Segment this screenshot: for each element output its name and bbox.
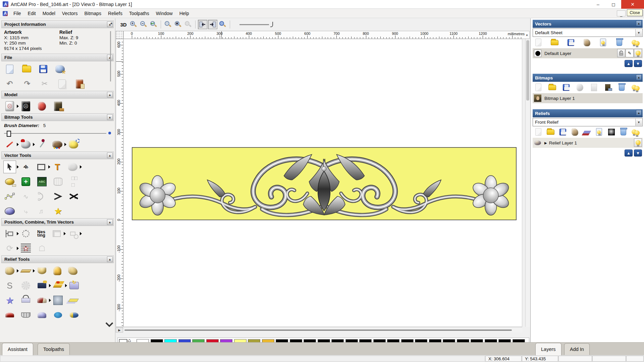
toggle-visibility-page-icon[interactable] [598, 38, 608, 47]
add-base-icon[interactable] [19, 264, 32, 277]
relief-select[interactable]: Front Relief ▼ [533, 118, 643, 126]
star-relief-icon[interactable]: ★ [3, 294, 16, 307]
select-vectors-icon[interactable] [3, 161, 16, 173]
rollup-button[interactable]: ▲ [636, 110, 642, 116]
lighting-material-icon[interactable] [36, 100, 48, 113]
magic-select-icon[interactable] [67, 138, 80, 151]
snap-toggle-left-icon[interactable] [198, 20, 207, 29]
zoom-in-icon[interactable]: + [129, 20, 138, 29]
minimize-button[interactable]: – [590, 0, 606, 9]
rollup-button[interactable]: ▲ [636, 20, 642, 26]
menu-file[interactable]: File [10, 9, 24, 17]
transform-vectors-icon[interactable]: ⥊✥ [19, 161, 32, 173]
extrude-dome-icon[interactable] [3, 205, 16, 218]
zoom-rectangle-icon[interactable]: □ [163, 20, 173, 29]
drawing-canvas[interactable] [123, 39, 522, 327]
brush-diameter-slider[interactable] [4, 131, 111, 136]
menu-help[interactable]: Help [176, 9, 193, 17]
greyscale-preview-icon[interactable] [606, 127, 616, 136]
red-relief-icon[interactable] [3, 309, 16, 321]
expand-arrow-icon[interactable]: ▶ [544, 141, 547, 145]
stack-relief-icon[interactable] [52, 279, 64, 292]
undo-icon[interactable]: ↶ [3, 77, 16, 90]
toggle-all-visibility-icon[interactable] [631, 83, 641, 92]
zoom-object-icon[interactable] [183, 20, 193, 29]
copy-icon[interactable] [56, 77, 68, 90]
toggle-all-visibility-icon[interactable] [631, 38, 641, 47]
cut-icon[interactable]: ✂ [38, 77, 51, 90]
flyout-arrow-icon[interactable] [64, 232, 66, 235]
extrude-relief-icon[interactable] [66, 264, 79, 277]
delete-layer-icon[interactable] [619, 127, 629, 136]
menu-edit[interactable]: Edit [24, 9, 39, 17]
invert-model-icon[interactable]: ☹ [19, 100, 32, 113]
flyout-arrow-icon[interactable] [17, 247, 19, 250]
delete-layer-icon[interactable] [614, 38, 625, 47]
dome-relief-icon[interactable] [36, 309, 48, 321]
vector-sheet-select[interactable]: Default Sheet ▼ [533, 28, 643, 37]
paste-along-curve-icon[interactable]: □□□ [68, 175, 80, 188]
create-text-icon[interactable]: T [51, 161, 64, 173]
rollup-button[interactable]: ▲ [636, 74, 642, 80]
vector-library-icon[interactable]: ABC [36, 175, 48, 188]
snap-toggle-right-icon[interactable] [208, 20, 217, 29]
paint-brush-icon[interactable] [3, 138, 16, 151]
envelope-distort-icon[interactable] [66, 161, 79, 173]
vertical-scrollbar[interactable] [525, 39, 530, 327]
free-sketch-icon[interactable]: ∿ [19, 190, 32, 203]
block-copy-icon[interactable] [50, 227, 63, 240]
redo-icon[interactable]: ↷ [21, 77, 34, 90]
horizontal-ruler[interactable]: millimetres ▼ 01002003004005006007008009… [123, 31, 530, 39]
horizontal-scrollbar-thumb[interactable] [124, 329, 512, 331]
spin-relief-icon[interactable] [36, 264, 48, 277]
text-on-curve-icon[interactable] [19, 227, 32, 240]
flyout-arrow-icon[interactable] [17, 143, 19, 146]
flyout-arrow-icon[interactable] [17, 105, 19, 108]
move-layer-down-icon[interactable]: ▼ [634, 149, 642, 157]
layer-colour-swatch[interactable] [534, 50, 541, 57]
flyout-arrow-icon[interactable] [17, 232, 19, 235]
relief-layers-icon[interactable] [67, 294, 80, 307]
face-wizard-icon[interactable] [52, 294, 64, 307]
scrollbar-detach-icon[interactable]: ▶ [116, 327, 123, 333]
lock-icon[interactable] [617, 49, 625, 57]
create-star-icon[interactable]: ★ [52, 205, 64, 218]
vector-layer-row[interactable]: Default Layer ✎ [533, 48, 643, 58]
bitmap-layer-row[interactable]: Bitmap Layer 1 [533, 93, 643, 103]
turn-relief-icon[interactable] [51, 264, 64, 277]
close-button[interactable]: ✕ [621, 0, 644, 9]
flyout-arrow-icon[interactable] [33, 143, 35, 146]
move-layer-up-icon[interactable]: ▲ [625, 149, 633, 157]
curve-edit-icon[interactable]: ⤷ [19, 205, 32, 218]
create-plus-vector-icon[interactable]: + [19, 175, 32, 188]
flyout-arrow-icon[interactable] [80, 232, 82, 235]
s-profile-icon[interactable]: S [3, 279, 16, 292]
rollup-button[interactable]: ▲ [107, 92, 113, 98]
relief-artwork-image[interactable] [132, 147, 517, 220]
nesting-icon[interactable]: Nesting [35, 227, 48, 240]
vector-texture-icon[interactable]: ★ [19, 242, 32, 255]
relief-from-book-icon[interactable] [36, 279, 48, 292]
menu-vectors[interactable]: Vectors [59, 9, 81, 17]
wrap-relief-icon[interactable]: ↻ [68, 279, 80, 292]
chevron-down-icon[interactable]: ▼ [635, 29, 642, 36]
toggle-all-visibility-icon[interactable] [631, 127, 641, 136]
move-layer-up-icon[interactable]: ▲ [625, 60, 633, 67]
open-relief-icon[interactable] [545, 127, 555, 136]
new-sheet-icon[interactable] [533, 38, 543, 47]
join-vectors-icon[interactable]: ⟳ [3, 242, 16, 255]
clear-bitmap-icon[interactable] [589, 83, 599, 92]
new-relief-icon[interactable] [533, 127, 543, 136]
maximize-button[interactable]: ◻ [606, 0, 621, 9]
menu-bitmaps[interactable]: Bitmaps [81, 9, 105, 17]
flood-fill-icon[interactable] [19, 138, 32, 151]
slider-thumb[interactable] [7, 131, 11, 137]
save-file-icon[interactable] [37, 63, 50, 75]
zoom-previous-icon[interactable]: ↩ [149, 20, 158, 29]
visibility-bulb-icon[interactable] [634, 49, 642, 57]
shape-relief-icon[interactable] [68, 309, 80, 321]
preferences-icon[interactable]: ⚒ [54, 63, 66, 75]
toggle-visibility-page-icon[interactable] [594, 127, 604, 136]
pick-colour-icon[interactable] [36, 138, 48, 151]
tab-layers[interactable]: Layers [535, 343, 561, 355]
